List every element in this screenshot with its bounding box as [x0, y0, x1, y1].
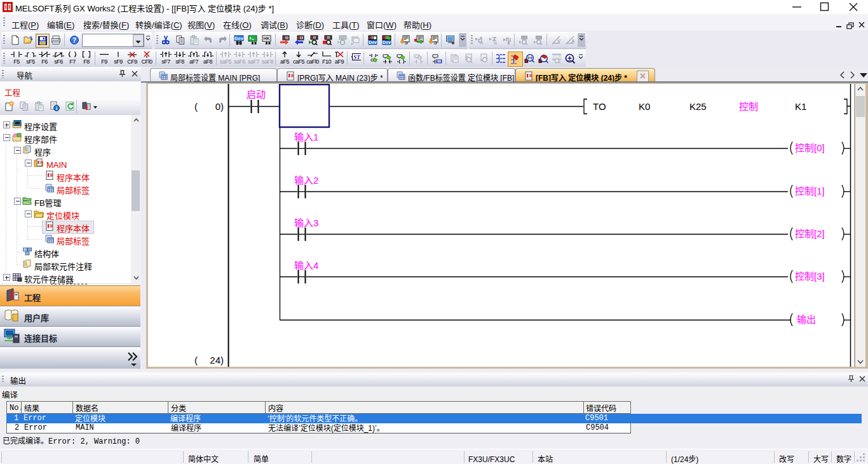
svg-text:ST: ST	[353, 54, 360, 60]
svg-text:0): 0)	[215, 99, 224, 113]
svg-text:Dev: Dev	[234, 36, 244, 41]
svg-text:TO: TO	[593, 99, 606, 113]
svg-text:控制: 控制	[739, 99, 758, 113]
svg-text:K0: K0	[639, 99, 650, 113]
svg-text:输入1: 输入1	[294, 130, 318, 143]
svg-text:控制[0]: 控制[0]	[795, 140, 825, 154]
svg-text:(: (	[194, 99, 198, 113]
svg-text:Dev: Dev	[383, 40, 391, 44]
svg-text:?: ?	[72, 36, 76, 44]
svg-text:HK: HK	[263, 36, 269, 41]
svg-text:Dev: Dev	[369, 40, 377, 44]
svg-text:输入4: 输入4	[294, 258, 318, 271]
svg-text:输入3: 输入3	[294, 215, 318, 229]
svg-text:控制[2]: 控制[2]	[795, 226, 825, 240]
svg-text:控制[3]: 控制[3]	[795, 269, 825, 282]
svg-text:启动: 启动	[247, 87, 266, 100]
svg-text:K1: K1	[795, 99, 806, 113]
svg-text:输入2: 输入2	[294, 173, 318, 186]
svg-text:控制[1]: 控制[1]	[795, 184, 825, 197]
svg-text:i: i	[56, 106, 57, 111]
svg-text:输出: 输出	[797, 312, 816, 325]
svg-text:A: A	[571, 38, 575, 44]
svg-text:(: (	[194, 353, 198, 366]
svg-text:K25: K25	[689, 99, 707, 113]
svg-text:24): 24)	[210, 353, 224, 366]
svg-text:V: V	[557, 38, 561, 44]
